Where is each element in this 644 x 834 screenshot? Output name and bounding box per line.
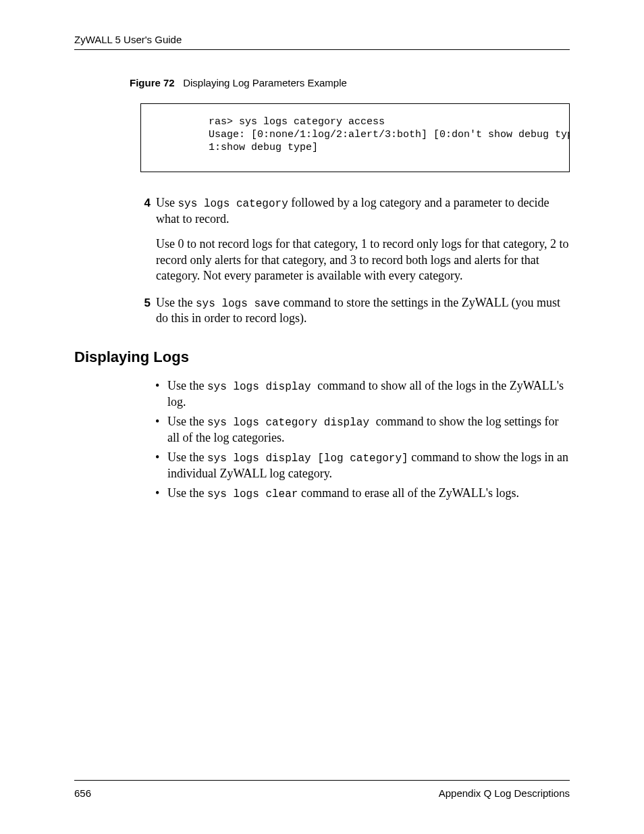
numbered-list: 4 Use sys logs category followed by a lo… <box>140 195 570 327</box>
code-line: ras> sys logs category access <box>209 116 385 128</box>
body-text: Use the <box>167 379 207 392</box>
item-body: Use sys logs category followed by a log … <box>156 195 570 284</box>
body-text: Use the <box>167 486 207 500</box>
section-heading: Displaying Logs <box>74 348 570 366</box>
code-box: ras> sys logs category access Usage: [0:… <box>140 103 570 172</box>
page-number: 656 <box>74 787 91 799</box>
bullet-icon: • <box>155 486 161 502</box>
body-text: Use the <box>167 415 207 428</box>
list-item: • Use the sys logs display command to sh… <box>155 378 570 410</box>
inline-code: sys logs clear <box>207 488 298 500</box>
list-item: 5 Use the sys logs save command to store… <box>140 295 570 327</box>
body-text: Use <box>156 196 178 209</box>
item-number: 4 <box>140 196 151 284</box>
list-item: • Use the sys logs display [log category… <box>155 450 570 481</box>
bullet-icon: • <box>155 378 161 410</box>
list-item: • Use the sys logs category display comm… <box>155 414 570 446</box>
bullet-icon: • <box>155 414 161 446</box>
inline-code: sys logs display [log category] <box>207 452 408 465</box>
inline-code: sys logs category display <box>207 417 376 429</box>
figure-title: Displaying Log Parameters Example <box>183 77 347 88</box>
inline-code: sys logs save <box>196 298 280 310</box>
body-text: command to erase all of the ZyWALL's log… <box>298 486 519 500</box>
figure-label: Figure 72 <box>130 77 175 88</box>
bullet-icon: • <box>155 450 161 481</box>
item-number: 5 <box>140 296 151 327</box>
item-body: Use the sys logs display command to show… <box>167 378 570 410</box>
inline-code: sys logs category <box>178 198 288 210</box>
page-footer: 656 Appendix Q Log Descriptions <box>74 780 570 799</box>
code-line: Usage: [0:none/1:log/2:alert/3:both] [0:… <box>209 129 570 140</box>
item-body: Use the sys logs save command to store t… <box>156 295 570 327</box>
item-body: Use the sys logs display [log category] … <box>167 450 570 481</box>
body-text: Use the <box>167 450 207 464</box>
page-header: ZyWALL 5 User's Guide <box>74 34 570 50</box>
bullet-list: • Use the sys logs display command to sh… <box>155 378 570 502</box>
continuation-para: Use 0 to not record logs for that catego… <box>156 236 570 284</box>
footer-section: Appendix Q Log Descriptions <box>439 787 570 799</box>
list-item: • Use the sys logs clear command to eras… <box>155 486 570 502</box>
code-line: 1:show debug type] <box>209 142 318 153</box>
list-item: 4 Use sys logs category followed by a lo… <box>140 195 570 284</box>
inline-code: sys logs display <box>207 381 317 393</box>
body-text: Use the <box>156 296 196 309</box>
figure-caption: Figure 72 Displaying Log Parameters Exam… <box>130 77 570 88</box>
item-body: Use the sys logs category display comman… <box>167 414 570 446</box>
item-body: Use the sys logs clear command to erase … <box>167 486 519 502</box>
header-title: ZyWALL 5 User's Guide <box>74 34 182 45</box>
